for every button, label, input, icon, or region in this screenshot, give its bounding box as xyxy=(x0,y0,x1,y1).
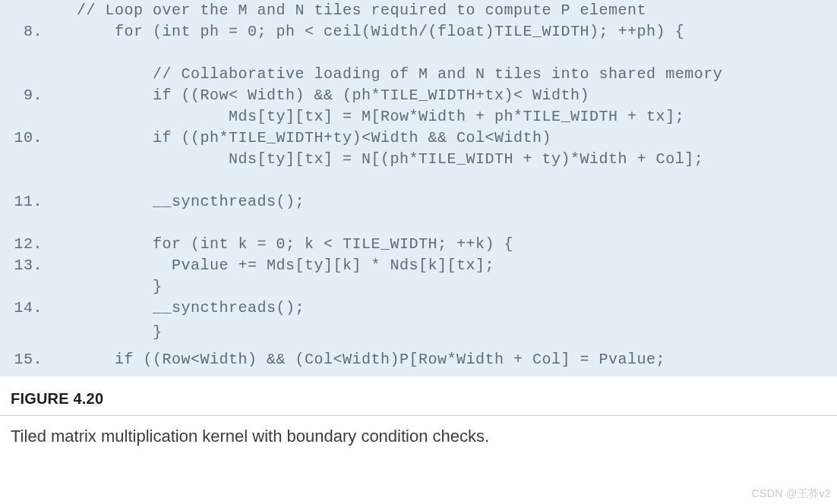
code-line-text: if ((Row< Width) && (ph*TILE_WIDTH+tx)< … xyxy=(58,85,589,106)
code-line-text: if ((Row<Width) && (Col<Width)P[Row*Widt… xyxy=(58,346,665,373)
code-line-number: 11. xyxy=(12,191,58,213)
code-line-text: for (int ph = 0; ph < ceil(Width/(float)… xyxy=(58,21,684,43)
code-line: 13. Pvalue += Mds[ty][k] * Nds[k][tx]; xyxy=(0,255,837,276)
code-line-number: 15. xyxy=(12,346,58,373)
code-line: 8. for (int ph = 0; ph < ceil(Width/(flo… xyxy=(0,21,837,43)
code-line-text: Nds[ty][tx] = N[(ph*TILE_WIDTH + ty)*Wid… xyxy=(58,149,703,170)
code-line xyxy=(0,43,837,64)
code-line: 12. for (int k = 0; k < TILE_WIDTH; ++k)… xyxy=(0,234,837,255)
code-line-text: Pvalue += Mds[ty][k] * Nds[k][tx]; xyxy=(58,255,494,276)
code-line-text: } xyxy=(58,319,163,346)
code-block: // Loop over the M and N tiles required … xyxy=(0,0,837,376)
code-line: Mds[ty][tx] = M[Row*Width + ph*TILE_WIDT… xyxy=(0,106,837,128)
code-line: 15. if ((Row<Width) && (Col<Width)P[Row*… xyxy=(0,346,837,373)
code-line-text: // Collaborative loading of M and N tile… xyxy=(58,64,722,85)
code-line-text: } xyxy=(58,276,163,298)
figure-heading-row: FIGURE 4.20 xyxy=(0,376,837,416)
code-line: // Loop over the M and N tiles required … xyxy=(0,0,837,21)
code-line-text: __syncthreads(); xyxy=(58,191,305,213)
code-line-number: 8. xyxy=(12,21,58,43)
code-line-text: for (int k = 0; k < TILE_WIDTH; ++k) { xyxy=(58,234,513,255)
code-line-number: 9. xyxy=(12,85,58,106)
code-line: } xyxy=(0,319,837,346)
code-line: 11. __syncthreads(); xyxy=(0,191,837,213)
code-line: // Collaborative loading of M and N tile… xyxy=(0,64,837,85)
code-line-text: Mds[ty][tx] = M[Row*Width + ph*TILE_WIDT… xyxy=(58,106,684,128)
code-line xyxy=(0,170,837,191)
code-line-number: 14. xyxy=(12,298,58,319)
code-line-text: if ((ph*TILE_WIDTH+ty)<Width && Col<Widt… xyxy=(58,128,551,149)
figure-label: FIGURE 4.20 xyxy=(11,390,103,407)
code-line-number: 10. xyxy=(12,128,58,149)
code-line: Nds[ty][tx] = N[(ph*TILE_WIDTH + ty)*Wid… xyxy=(0,149,837,170)
watermark: CSDN @王莽v2 xyxy=(751,487,831,501)
code-line: 14. __syncthreads(); xyxy=(0,298,837,319)
code-line-text: // Loop over the M and N tiles required … xyxy=(58,0,646,21)
code-line: 10. if ((ph*TILE_WIDTH+ty)<Width && Col<… xyxy=(0,128,837,149)
code-line-number: 12. xyxy=(12,234,58,255)
code-line: 9. if ((Row< Width) && (ph*TILE_WIDTH+tx… xyxy=(0,85,837,106)
code-line: } xyxy=(0,276,837,298)
code-line-number: 13. xyxy=(12,255,58,276)
figure-caption: Tiled matrix multiplication kernel with … xyxy=(0,416,837,457)
code-line-text: __syncthreads(); xyxy=(58,298,305,319)
code-line xyxy=(0,213,837,234)
